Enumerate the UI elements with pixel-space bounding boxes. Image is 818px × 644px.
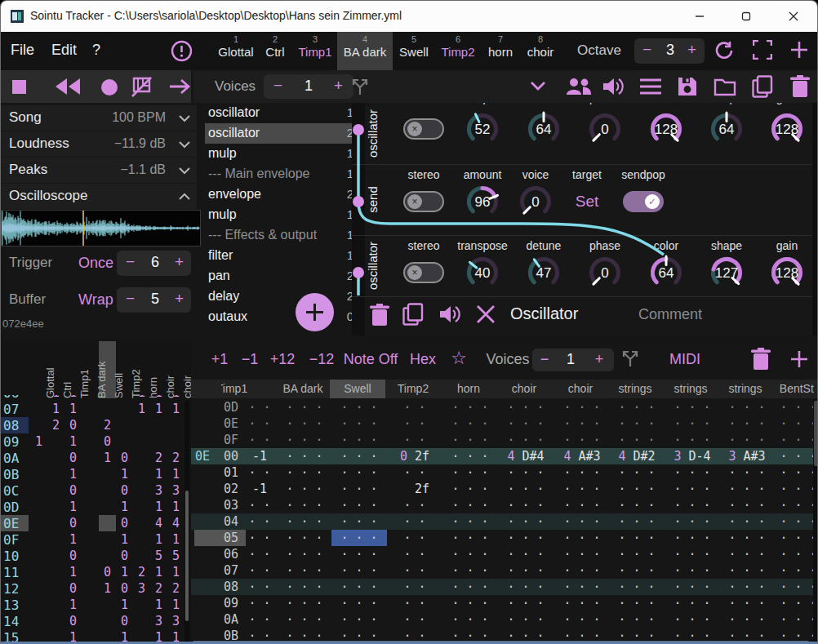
order-row-label[interactable]: 14 <box>3 614 19 629</box>
pattern-cell[interactable]: · · · <box>780 580 814 594</box>
order-cell[interactable]: 1 <box>150 597 167 612</box>
pattern-cell[interactable]: · · · <box>563 498 600 513</box>
unit-list-item[interactable]: oscillator1 <box>205 103 358 123</box>
order-cell[interactable]: 1 <box>116 630 133 644</box>
voice-knob[interactable]: 0 <box>517 183 554 220</box>
trigger-value[interactable]: 6 <box>151 254 159 271</box>
pattern-cell[interactable]: · · · <box>286 400 322 415</box>
peaks-row[interactable]: Peaks −1.1 dB <box>1 158 197 183</box>
octave-plus-button[interactable]: + <box>687 41 696 59</box>
copy-unit-icon[interactable] <box>402 303 424 326</box>
unit-panel-scrollbar[interactable] <box>812 103 818 335</box>
pattern-cell[interactable]: 4 A#3 <box>563 449 600 464</box>
pattern-cell[interactable]: · · <box>403 400 425 415</box>
pattern-cell[interactable]: · · · <box>286 433 322 447</box>
order-row-label[interactable]: 0C <box>3 483 19 499</box>
pattern-cell[interactable]: · · · <box>780 433 814 447</box>
phase-knob[interactable]: 0 <box>586 110 624 148</box>
order-cell[interactable]: 1 <box>64 565 82 580</box>
tab-instrument-ba-dark[interactable]: 4BA dark <box>337 32 393 70</box>
pattern-cell[interactable]: · · · <box>780 612 814 627</box>
pattern-cell[interactable]: 3 D-4 <box>674 449 710 464</box>
pattern-cell[interactable]: · · · <box>728 498 765 513</box>
pattern-cell[interactable]: · · · <box>451 596 488 611</box>
order-cell[interactable]: 1 <box>64 395 82 400</box>
unit-list-item[interactable]: envelope2 <box>205 184 358 205</box>
order-cell[interactable]: 1 <box>167 597 184 612</box>
chevron-down-icon[interactable] <box>179 167 190 175</box>
follow-off-icon[interactable] <box>131 77 153 97</box>
order-column-header[interactable]: Ctrl <box>61 344 73 398</box>
pattern-cell[interactable]: · · · <box>563 531 600 545</box>
pattern-cell[interactable]: · · <box>403 465 425 480</box>
order-cell[interactable]: 2 <box>167 451 184 465</box>
pattern-cell[interactable]: · · · <box>451 547 488 562</box>
track-header-swell[interactable]: Swell <box>344 382 371 395</box>
tab-instrument-swell[interactable]: 5Swell <box>393 32 435 70</box>
pattern-cell[interactable]: · · · <box>618 563 655 578</box>
order-cell[interactable]: 2 <box>150 581 167 596</box>
pattern-cell[interactable]: · · · <box>286 563 322 578</box>
pattern-cell[interactable]: · · · <box>728 482 765 496</box>
pattern-cell[interactable]: · · · <box>618 612 655 627</box>
pattern-cell[interactable]: · · · <box>780 596 814 611</box>
delete-unit-icon[interactable] <box>370 304 389 326</box>
pattern-cell[interactable]: · · <box>248 433 270 447</box>
order-cell[interactable]: 2 <box>150 451 167 465</box>
pattern-cell[interactable]: · · <box>248 400 270 415</box>
pattern-cell[interactable]: · · · <box>286 596 322 611</box>
order-cell[interactable]: 0 <box>116 451 133 465</box>
order-column-header[interactable]: Glottal <box>44 344 56 398</box>
pattern-cell[interactable]: · · · <box>340 531 377 545</box>
pattern-cell[interactable]: · · · <box>563 465 600 480</box>
order-row-label[interactable]: 12 <box>3 581 19 597</box>
pattern-cell[interactable]: · · · <box>728 400 765 415</box>
pattern-cell[interactable]: · · · <box>780 400 814 415</box>
pattern-cell[interactable]: · · · <box>451 465 488 480</box>
pattern-cell[interactable]: · · <box>403 531 425 545</box>
pattern-cell[interactable]: · · · <box>618 547 655 562</box>
pattern-cell[interactable]: · · · <box>451 612 488 627</box>
pattern-cell[interactable]: · · <box>248 498 270 513</box>
order-cell[interactable]: 0 <box>64 549 82 563</box>
order-cell[interactable]: 0 <box>64 581 82 596</box>
order-cell[interactable]: 1 <box>150 500 167 514</box>
pattern-cell[interactable]: · · · <box>674 400 710 415</box>
pattern-cell[interactable]: · · · <box>451 531 488 545</box>
pattern-voices-value[interactable]: 1 <box>567 351 575 368</box>
order-cell[interactable]: 0 <box>116 549 133 563</box>
track-header-choir[interactable]: choir <box>568 382 593 395</box>
track-header-choir[interactable]: choir <box>512 382 536 395</box>
stereo-toggle[interactable]: × <box>403 191 444 212</box>
pattern-cell[interactable]: · · · <box>728 416 765 431</box>
unit-list-item[interactable]: delay2 <box>205 286 358 307</box>
pattern-vscroll-thumb[interactable] <box>814 401 818 466</box>
pattern-cell[interactable]: · · · <box>674 416 710 431</box>
pattern-cell[interactable]: · · · <box>286 531 322 545</box>
pattern-cell[interactable]: · · <box>248 531 270 545</box>
order-row-label[interactable]: 0B <box>3 467 19 482</box>
minimize-button[interactable] <box>681 1 718 32</box>
order-cell[interactable]: 0 <box>116 516 133 531</box>
order-cell[interactable]: 1 <box>64 434 82 449</box>
tab-instrument-ctrl[interactable]: 2Ctrl <box>257 32 293 70</box>
pattern-cell[interactable]: · · · <box>286 449 322 464</box>
pattern-cell[interactable]: · · · <box>618 531 655 545</box>
pattern-cell[interactable]: · · <box>248 416 270 431</box>
order-row-label[interactable]: 11 <box>3 565 19 580</box>
pattern-cell[interactable]: · · · <box>451 563 488 578</box>
pattern-cell[interactable]: · · · <box>780 416 814 431</box>
pattern-cell[interactable]: · · <box>248 580 270 594</box>
pattern-cell[interactable]: · · · <box>286 482 322 496</box>
pattern-cell[interactable]: · · · <box>674 547 710 562</box>
pattern-cell[interactable]: 4 D#2 <box>618 449 655 464</box>
pattern-cell[interactable]: · · · <box>618 596 655 611</box>
order-cell[interactable]: 1 <box>167 402 184 416</box>
order-cell[interactable]: 3 <box>150 483 167 498</box>
order-cell[interactable]: 0 <box>64 516 82 531</box>
order-cell[interactable]: 1 <box>64 467 82 482</box>
pattern-cell[interactable]: 2f <box>400 482 429 496</box>
unit-solo-speaker-icon[interactable] <box>438 304 461 325</box>
pattern-cell[interactable]: · · · <box>340 612 377 627</box>
pattern-cell[interactable]: · · · <box>674 563 710 578</box>
